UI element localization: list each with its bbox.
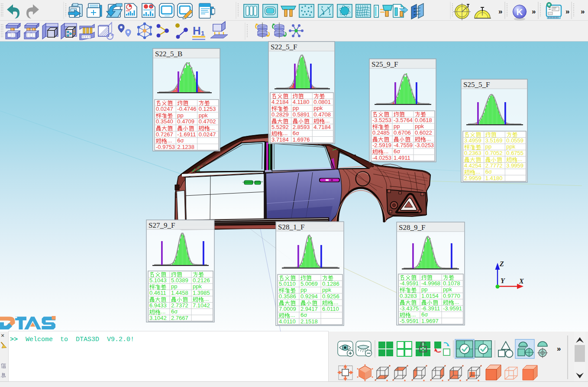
svg-text:5.0110: 5.0110 <box>279 281 296 287</box>
svg-text:ppk: ppk <box>415 123 424 129</box>
svg-text:S22_5_B: S22_5_B <box>155 50 182 58</box>
svg-text:>>: >> <box>10 336 18 343</box>
svg-text:-1.6911: -1.6911 <box>177 131 196 138</box>
svg-text:...: ... <box>168 137 172 144</box>
svg-text:ppk: ppk <box>443 286 452 293</box>
svg-text:1.4911: 1.4911 <box>394 155 410 161</box>
svg-text:7.0009: 7.0009 <box>279 306 296 312</box>
svg-text:3.1042: 3.1042 <box>149 315 167 321</box>
svg-text:6σ: 6σ <box>177 137 184 144</box>
svg-text:pp: pp <box>171 283 177 290</box>
svg-text:pp: pp <box>293 105 299 111</box>
svg-text:0.3586: 0.3586 <box>279 293 296 300</box>
svg-text:...: ... <box>426 135 431 142</box>
svg-text:S28_1_F: S28_1_F <box>278 223 304 231</box>
svg-text:0.6706: 0.6706 <box>394 129 411 136</box>
svg-text:...: ... <box>204 296 209 302</box>
svg-text:3.7184: 3.7184 <box>271 136 289 143</box>
svg-text:S25_5_F: S25_5_F <box>463 81 490 89</box>
svg-text:-4.9968: -4.9968 <box>421 280 440 287</box>
svg-text:0.2363: 0.2363 <box>464 150 481 156</box>
svg-text:»: » <box>532 7 536 16</box>
svg-text:0.2829: 0.2829 <box>271 111 289 118</box>
svg-text:0.9770: 0.9770 <box>443 293 460 299</box>
svg-text:0.4611: 0.4611 <box>149 290 166 296</box>
svg-text:»: » <box>581 7 585 16</box>
svg-text:H: H <box>193 24 201 37</box>
svg-text:0.0559: 0.0559 <box>506 137 523 144</box>
svg-text:1.4458: 1.4458 <box>171 290 188 296</box>
svg-text:-5.9591: -5.9591 <box>400 318 419 324</box>
svg-text:1.3985: 1.3985 <box>193 290 210 296</box>
svg-text:Z: Z <box>499 260 504 268</box>
svg-text:0.7267: 0.7267 <box>156 131 173 138</box>
svg-text:4.1180: 4.1180 <box>293 99 310 105</box>
svg-text:S28_9_F: S28_9_F <box>399 223 425 232</box>
svg-text:0.0247: 0.0247 <box>199 131 216 138</box>
svg-text:...: ... <box>334 299 339 306</box>
svg-text:-2.5919: -2.5919 <box>372 142 391 148</box>
svg-text:»: » <box>557 345 561 353</box>
svg-text:0.5891: 0.5891 <box>293 111 310 118</box>
svg-text:0.2126: 0.2126 <box>193 277 210 284</box>
svg-text:pp: pp <box>485 143 491 150</box>
svg-text:S27_9_F: S27_9_F <box>149 221 175 229</box>
svg-text:6.9433: 6.9433 <box>149 302 167 309</box>
svg-text:S22_5_F: S22_5_F <box>271 43 297 51</box>
svg-text:...: ... <box>411 311 416 318</box>
svg-text:2.9959: 2.9959 <box>464 175 481 181</box>
svg-text:4.0110: 4.0110 <box>279 318 296 325</box>
svg-text:to: to <box>60 336 68 343</box>
svg-text:0.1078: 0.1078 <box>443 280 460 287</box>
svg-text:0.1253: 0.1253 <box>199 106 216 112</box>
svg-text:0.0247: 0.0247 <box>156 106 173 112</box>
svg-text:DTAS3D: DTAS3D <box>76 336 99 343</box>
svg-text:0.4708: 0.4708 <box>313 111 331 118</box>
svg-text:-0.9753: -0.9753 <box>156 144 175 150</box>
svg-text:Y: Y <box>501 277 505 284</box>
svg-text:2.7372: 2.7372 <box>171 302 188 309</box>
svg-text:3.4959: 3.4959 <box>464 137 481 144</box>
svg-text:6σ: 6σ <box>293 130 299 136</box>
svg-text:0.7052: 0.7052 <box>485 150 503 156</box>
svg-text:...: ... <box>518 156 523 162</box>
svg-text:0.9294: 0.9294 <box>300 293 318 300</box>
svg-text:3.9959: 3.9959 <box>506 162 523 169</box>
svg-text:-3.4375: -3.4375 <box>400 305 419 312</box>
svg-text:0.6022: 0.6022 <box>415 129 432 136</box>
svg-text:6σ: 6σ <box>485 168 492 175</box>
svg-text:4.4254: 4.4254 <box>464 162 481 169</box>
svg-text:6σ: 6σ <box>300 312 307 318</box>
svg-text:...: ... <box>161 308 166 315</box>
svg-text:×: × <box>1 332 4 339</box>
svg-text:2.7667: 2.7667 <box>171 315 188 321</box>
svg-text:2.8593: 2.8593 <box>293 124 310 130</box>
svg-text:0.4702: 0.4702 <box>199 118 216 125</box>
svg-text:ppk: ppk <box>506 143 515 150</box>
svg-text:4.7184: 4.7184 <box>313 124 331 130</box>
svg-text:1.6976: 1.6976 <box>293 136 310 143</box>
svg-text:0.9256: 0.9256 <box>322 293 339 300</box>
svg-text:0.6755: 0.6755 <box>506 150 523 156</box>
svg-text:...: ... <box>210 125 215 131</box>
svg-text:7.1042: 7.1042 <box>193 302 210 309</box>
svg-text:pp: pp <box>300 287 307 293</box>
svg-text:...: ... <box>455 299 459 305</box>
svg-text:Welcome: Welcome <box>26 336 53 343</box>
svg-text:2.7772: 2.7772 <box>485 162 503 169</box>
svg-text:...: ... <box>283 130 288 136</box>
svg-text:ppk: ppk <box>199 112 208 119</box>
svg-text:V9.2.0!: V9.2.0! <box>107 336 134 343</box>
svg-text:S25_9_F: S25_9_F <box>372 60 398 68</box>
svg-text:6σ: 6σ <box>421 311 428 318</box>
svg-text:»: » <box>498 7 502 16</box>
svg-text:5.5292: 5.5292 <box>271 124 289 130</box>
svg-text:-6.3911: -6.3911 <box>421 305 440 312</box>
svg-text:...: ... <box>325 117 330 124</box>
svg-text:3.5169: 3.5169 <box>485 137 503 144</box>
svg-text:5.1043: 5.1043 <box>149 277 167 284</box>
svg-text:-0.4746: -0.4746 <box>177 106 196 112</box>
svg-text:1.0154: 1.0154 <box>421 293 439 299</box>
svg-text:ppk: ppk <box>322 287 331 293</box>
svg-text:0.3540: 0.3540 <box>156 118 173 125</box>
